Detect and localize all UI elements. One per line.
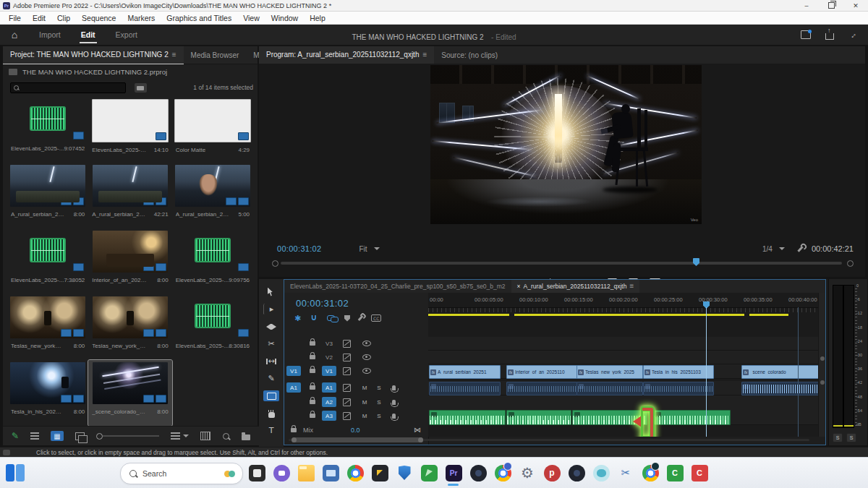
red-p-app-icon[interactable]: p <box>543 463 561 483</box>
project-search-box[interactable] <box>10 82 126 93</box>
mute-button[interactable]: M <box>359 399 370 406</box>
track-select-forward-tool[interactable]: ▸ <box>263 304 280 314</box>
widgets-button[interactable] <box>6 464 25 481</box>
project-search-input[interactable] <box>22 83 125 93</box>
program-video-frame[interactable]: Veo <box>430 65 702 224</box>
menu-sequence[interactable]: Sequence <box>76 14 122 22</box>
close-tab-icon[interactable]: × <box>517 283 521 290</box>
sync-lock-icon[interactable] <box>343 412 351 420</box>
project-item-thumbnail[interactable] <box>93 165 168 207</box>
track-lane-a2[interactable] <box>428 395 819 410</box>
scrubber-right-knob[interactable] <box>847 260 854 267</box>
timeline-clip-music[interactable] <box>653 410 731 425</box>
ripple-edit-tool[interactable] <box>263 321 279 332</box>
project-item[interactable]: Interior_of_an_202511...8:00 <box>88 228 171 294</box>
solo-left-button[interactable]: S <box>833 433 843 442</box>
mute-button[interactable]: M <box>359 385 370 391</box>
voiceover-record-icon[interactable] <box>392 385 396 390</box>
automate-to-sequence-icon[interactable] <box>200 432 210 440</box>
thumbnail-zoom-slider[interactable] <box>96 433 159 440</box>
timeline-clip-video[interactable]: fxInterior_of_an_2025110 <box>506 365 577 379</box>
menu-window[interactable]: Window <box>265 14 304 22</box>
voiceover-record-icon[interactable] <box>392 400 396 405</box>
voiceover-record-icon[interactable] <box>392 414 396 419</box>
lock-icon[interactable] <box>291 428 297 432</box>
settings-wrench-icon[interactable] <box>797 246 803 252</box>
project-item[interactable]: A_rural_serbian_2025...8:00 <box>7 163 88 228</box>
menu-help[interactable]: Help <box>304 14 331 22</box>
lock-icon[interactable] <box>310 355 315 359</box>
sort-icon[interactable] <box>171 432 180 440</box>
fullscreen-icon[interactable]: ↔ <box>846 29 858 40</box>
program-playhead[interactable] <box>693 258 699 266</box>
menu-file[interactable]: File <box>3 14 27 22</box>
zoom-fit-dropdown[interactable]: Fit <box>359 245 379 253</box>
timeline-clip-music[interactable] <box>429 410 506 425</box>
project-item[interactable]: Color Matte4:29 <box>172 97 253 163</box>
lock-icon[interactable] <box>310 400 315 404</box>
sync-lock-icon[interactable] <box>343 340 351 348</box>
project-item[interactable]: A_rural_serbian_2025...5:00 <box>172 163 253 228</box>
mix-level-value[interactable]: 0.0 <box>351 427 360 434</box>
chrome-profile2-icon[interactable] <box>642 463 659 483</box>
snap-icon[interactable]: ∩ <box>310 313 318 323</box>
project-item[interactable]: A_rural_serbian_202...42:21 <box>88 163 171 228</box>
project-item[interactable]: ElevenLabs_2025-11-...14:10 <box>88 97 171 163</box>
restore-button[interactable] <box>819 0 843 11</box>
greenshot-icon[interactable] <box>420 463 438 483</box>
project-item[interactable]: Teslas_new_york_202...8:00 <box>7 294 88 360</box>
target-track-button[interactable]: A3 <box>322 411 336 421</box>
timeline-clip-audio[interactable] <box>741 382 819 395</box>
panel-menu-icon[interactable]: ≡ <box>422 51 427 59</box>
project-item[interactable]: ElevenLabs_2025-...9:07452 <box>7 97 88 163</box>
chrome-icon[interactable] <box>346 463 364 483</box>
task-view-icon[interactable] <box>248 463 265 483</box>
tab-project[interactable]: Project: THE MAN WHO HACKED LIGHTNING 2 … <box>3 46 184 64</box>
project-item-thumbnail[interactable] <box>10 99 85 141</box>
project-item[interactable]: ElevenLabs_2025-...9:09756 <box>172 228 253 294</box>
quick-export-icon[interactable] <box>801 30 811 39</box>
nest-sequences-icon[interactable]: ✱ <box>294 314 301 323</box>
source-chip[interactable]: A1 <box>286 382 301 393</box>
project-item-thumbnail[interactable] <box>10 362 85 404</box>
brain-app-icon[interactable] <box>592 463 610 483</box>
hand-tool[interactable] <box>263 408 279 419</box>
track-lane-v3[interactable] <box>428 337 819 351</box>
filter-bin-icon[interactable] <box>135 83 147 93</box>
timeline-clip-audio[interactable] <box>643 382 714 395</box>
settings-icon[interactable]: ⚙ <box>519 463 536 483</box>
timeline-clip-video[interactable]: fx_scene_colorado <box>741 365 819 379</box>
timeline-vertical-scrollbar[interactable] <box>818 293 825 437</box>
start-button[interactable] <box>97 467 109 479</box>
track-lane-v2[interactable] <box>428 351 819 364</box>
project-item-thumbnail[interactable] <box>92 99 169 142</box>
captions-icon[interactable]: CC <box>371 314 381 322</box>
mode-tab-import[interactable]: Import <box>29 26 71 43</box>
menu-view[interactable]: View <box>237 14 265 22</box>
project-item-thumbnail[interactable] <box>174 99 251 142</box>
menu-graphics-and-titles[interactable]: Graphics and Titles <box>161 14 237 22</box>
timeline-tab-active[interactable]: × A_rural_serbian_202511032112_qxjth ≡ <box>511 280 640 294</box>
track-lane-a3[interactable] <box>428 409 819 425</box>
timeline-clip-video[interactable]: fxTeslas_new_york_2025 <box>576 365 643 379</box>
panel-menu-icon[interactable]: ≡ <box>629 282 634 290</box>
add-marker-icon[interactable] <box>344 315 350 322</box>
playback-resolution-dropdown[interactable]: 1/4 <box>762 245 785 253</box>
solo-right-button[interactable]: S <box>846 433 856 442</box>
track-visibility-icon[interactable] <box>362 354 371 360</box>
solo-button[interactable]: S <box>374 413 384 419</box>
project-item-thumbnail[interactable] <box>10 231 85 273</box>
taskbar-search[interactable]: Search <box>120 463 243 484</box>
code-editor-icon[interactable] <box>371 463 388 483</box>
tab-program-monitor[interactable]: Program: A_rural_serbian_202511032112_qx… <box>259 46 434 64</box>
scrubber-left-knob[interactable] <box>272 260 278 267</box>
lock-icon[interactable] <box>310 385 315 390</box>
track-visibility-icon[interactable] <box>362 341 371 346</box>
target-track-button[interactable]: A1 <box>322 382 336 393</box>
new-bin-icon[interactable] <box>242 435 250 440</box>
tab-source-monitor[interactable]: Source: (no clips) <box>434 46 505 64</box>
project-item[interactable]: ElevenLabs_2025-...7:38052 <box>7 228 88 294</box>
timeline-ruler[interactable]: 00:0000:00:05:0000:00:10:0000:00:15:0000… <box>428 293 819 308</box>
snipping-tool-icon[interactable]: ✂ <box>617 463 634 483</box>
project-item-thumbnail[interactable] <box>93 231 168 273</box>
